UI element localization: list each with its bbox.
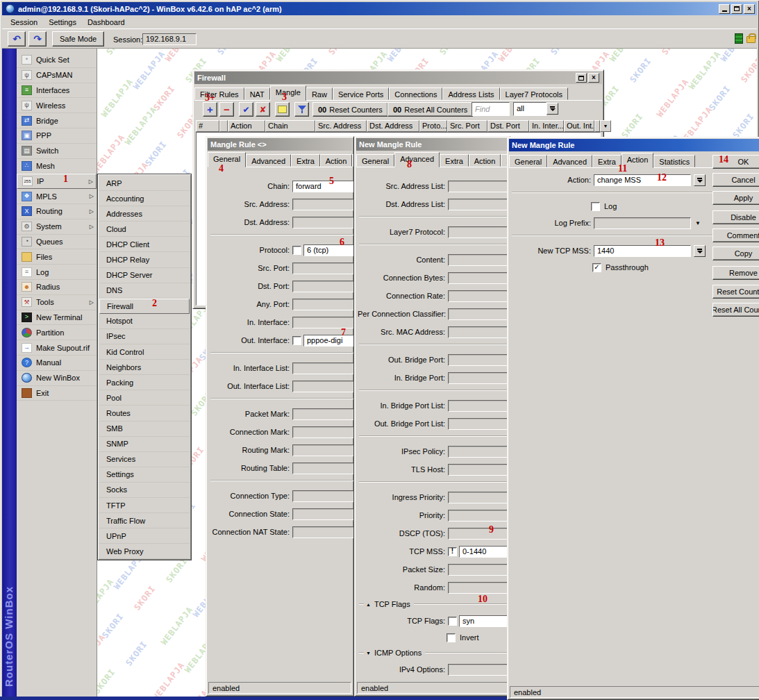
ip-submenu-item-kid-control[interactable]: Kid Control <box>99 344 190 360</box>
layer7-protocol-input[interactable] <box>448 226 510 238</box>
new-tcp-mss-input[interactable]: 1440 <box>594 245 691 257</box>
advanced-tab-action[interactable]: Action <box>469 154 501 167</box>
collapse-icon[interactable]: ▲ <box>366 602 371 607</box>
sidebar-item-mesh[interactable]: ∴Mesh <box>17 159 97 174</box>
ip-submenu-item-cloud[interactable]: Cloud <box>99 222 190 237</box>
sidebar-item-exit[interactable]: Exit <box>17 386 97 401</box>
mangle-tab-extra[interactable]: Extra <box>291 154 320 167</box>
ip-submenu-item-packing[interactable]: Packing <box>99 375 190 390</box>
out-bridge-port-list-input[interactable] <box>448 418 510 430</box>
in-bridge-port-input[interactable] <box>448 372 510 384</box>
new-mangle-rule-titlebar[interactable]: New Mangle Rule <box>356 138 508 151</box>
out-interface-list-input[interactable] <box>292 381 354 392</box>
sidebar-item-wireless[interactable]: ψWireless <box>17 98 97 113</box>
column-options-button[interactable]: ▼ <box>600 120 611 132</box>
main-titlebar[interactable]: admin@192.168.9.1 (Skori-hAPac^2) - WinB… <box>2 2 757 15</box>
disable-rule-button[interactable]: ✘ <box>256 102 270 117</box>
apply-button[interactable]: Apply <box>712 191 759 205</box>
sidebar-item-mpls[interactable]: ❖MPLS▷ <box>17 189 97 204</box>
firewall-tab-raw[interactable]: Raw <box>306 88 333 100</box>
filter-select[interactable]: all <box>513 102 547 116</box>
firewall-tab-connections[interactable]: Connections <box>389 88 442 100</box>
ip-submenu-item-hotspot[interactable]: Hotspot <box>99 314 190 329</box>
connection-type-input[interactable] <box>292 490 354 502</box>
passthrough-checkbox[interactable]: ✓ <box>592 263 601 272</box>
ip-submenu-item-web-proxy[interactable]: Web Proxy <box>99 544 190 559</box>
column-header-in-inter[interactable]: In. Inter... <box>529 120 564 132</box>
tcp-mss-input[interactable]: 0-1440 <box>459 546 510 558</box>
remove-button[interactable]: Remove <box>712 266 759 280</box>
ip-submenu-item-settings[interactable]: Settings <box>99 467 190 483</box>
sidebar-item-ppp[interactable]: ▣PPP <box>17 128 97 144</box>
tcp-flags-checkbox[interactable] <box>448 617 457 626</box>
content-input[interactable] <box>448 254 510 266</box>
per-connection-classifier-input[interactable] <box>448 308 510 320</box>
packet-size-input[interactable] <box>448 564 510 576</box>
sidebar-item-capsman[interactable]: ψCAPsMAN <box>17 68 97 83</box>
ip-submenu-item-neighbors[interactable]: Neighbors <box>99 360 190 375</box>
ip-submenu-item-arp[interactable]: ARP <box>99 176 190 191</box>
connection-mark-input[interactable] <box>292 426 354 438</box>
firewall-tab-nat[interactable]: NAT <box>244 88 270 100</box>
safe-mode-button[interactable]: Safe Mode <box>52 31 104 47</box>
undo-button[interactable]: ↶ <box>8 31 26 47</box>
dst-address-input[interactable] <box>292 217 354 228</box>
ingress-priority-input[interactable] <box>448 492 510 503</box>
redo-button[interactable]: ↷ <box>28 31 47 47</box>
ipsec-policy-input[interactable] <box>448 446 510 458</box>
cancel-button[interactable]: Cancel <box>712 173 759 187</box>
filter-button[interactable] <box>294 102 309 117</box>
log-prefix-input[interactable] <box>594 217 691 229</box>
routing-table-input[interactable] <box>292 462 354 474</box>
close-button[interactable]: × <box>744 4 755 14</box>
menu-item-settings[interactable]: Settings <box>44 17 81 28</box>
column-header-dst-port[interactable]: Dst. Port <box>487 120 529 132</box>
dscp-tos-input[interactable] <box>448 528 510 540</box>
sidebar-item-interfaces[interactable]: ≡Interfaces <box>17 83 97 99</box>
column-header-action[interactable]: Action <box>228 120 265 132</box>
mangle-tab-action[interactable]: Action <box>320 154 353 167</box>
tls-host-input[interactable] <box>448 464 510 476</box>
column-header-chain[interactable]: Chain <box>265 120 315 132</box>
sidebar-item-radius[interactable]: ☻Radius <box>17 280 97 295</box>
chain-input[interactable]: forward <box>292 181 354 192</box>
sidebar-item-routing[interactable]: XRouting▷ <box>17 204 97 219</box>
sidebar-item-switch[interactable]: ▤Switch <box>17 144 97 159</box>
reset-counters-button[interactable]: 00Reset Counters <box>312 102 388 117</box>
packet-mark-input[interactable] <box>292 408 354 420</box>
connection-rate-input[interactable] <box>448 290 510 302</box>
minimize-button[interactable] <box>719 4 730 14</box>
sidebar-item-make-supout-rif[interactable]: →Make Supout.rif <box>17 340 97 356</box>
column-header-src-address[interactable]: Src. Address <box>315 120 367 132</box>
firewall-maximize-button[interactable] <box>576 73 587 83</box>
action-dropdown-button[interactable] <box>694 174 706 186</box>
tcp-mss-checkbox[interactable]: ! <box>448 547 457 556</box>
reset-all-counters-button[interactable]: 00Reset All Counters <box>387 102 473 117</box>
connection-state-input[interactable] <box>292 508 354 520</box>
tcp-flags-input[interactable]: syn <box>459 615 510 627</box>
mangle-tab-advanced[interactable]: Advanced <box>246 154 291 167</box>
ip-submenu-item-routes[interactable]: Routes <box>99 406 190 421</box>
reset-counters-button[interactable]: Reset Counters <box>712 285 759 299</box>
dropdown-arrow-icon[interactable]: ▼ <box>695 220 701 226</box>
sidebar-item-log[interactable]: ≡Log <box>17 265 97 280</box>
ip-submenu-item-addresses[interactable]: Addresses <box>99 206 190 222</box>
mangle-tab-general[interactable]: General <box>208 152 246 167</box>
src-address-input[interactable] <box>292 199 354 210</box>
disable-button[interactable]: Disable <box>712 210 759 224</box>
src-address-list-input[interactable] <box>448 181 510 192</box>
firewall-tab-service-ports[interactable]: Service Ports <box>333 88 389 100</box>
sidebar-item-system[interactable]: ⚙System▷ <box>17 219 97 235</box>
src-port-input[interactable] <box>292 262 354 274</box>
column-header-col-1[interactable] <box>219 120 228 132</box>
sidebar-item-manual[interactable]: ?Manual <box>17 356 97 371</box>
sidebar-item-ip[interactable]: 255IP▷ <box>17 174 97 189</box>
ip-submenu-item-dhcp-relay[interactable]: DHCP Relay <box>99 252 190 267</box>
ip-submenu-item-accounting[interactable]: Accounting <box>99 191 190 206</box>
sidebar-item-files[interactable]: Files <box>17 249 97 265</box>
dst-port-input[interactable] <box>292 281 354 292</box>
ipv4-options-input[interactable] <box>448 664 510 676</box>
sidebar-item-quick-set[interactable]: *Quick Set <box>17 53 97 68</box>
sidebar-item-partition[interactable]: Partition <box>17 325 97 340</box>
protocol-checkbox[interactable] <box>292 246 301 255</box>
